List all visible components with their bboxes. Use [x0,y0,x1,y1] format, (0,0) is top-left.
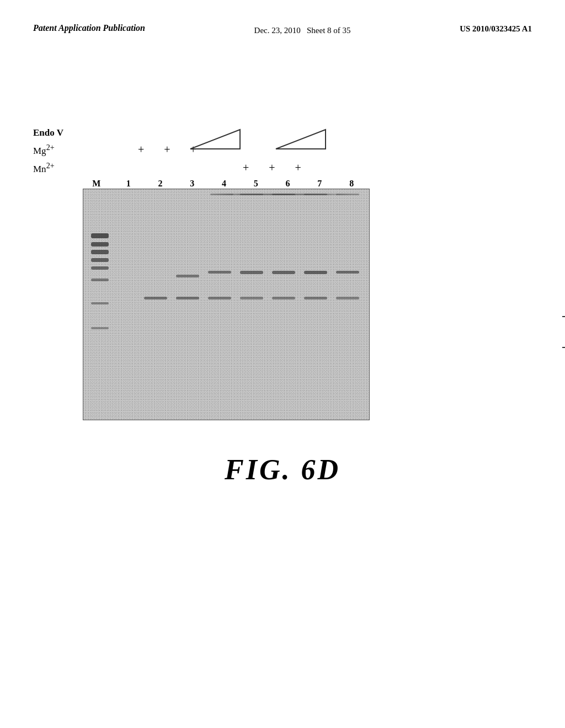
figure-label: FIG. 6D [33,453,532,486]
nicked-bracket [562,257,565,285]
sheet-label: Sheet 8 of 35 [307,26,351,35]
linear-arrow [562,316,565,317]
supercoiled-label-row: SUPERCOILED [562,343,565,352]
linear-label-row: LINEAR [562,312,565,321]
col-1: 1 [113,179,145,189]
mn-row: Mn2+ + + + [33,160,532,175]
figure-area: Endo V Mg2+ + + + Mn2+ + + + [33,99,532,486]
triangles-area [188,127,328,152]
col-8: 8 [335,179,367,189]
mn-plus-signs: + + + [83,160,301,175]
column-headers: M 1 2 3 4 5 6 7 8 [81,179,367,189]
publication-label: Patent Application Publication [33,22,145,34]
col-5: 5 [240,179,272,189]
triangle-mn [273,127,328,152]
mn-label: Mn2+ [33,160,72,175]
patent-number: US 2010/0323425 A1 [460,22,532,34]
supercoiled-arrow [562,347,565,348]
page-header: Patent Application Publication Dec. 23, … [0,0,565,37]
svg-marker-0 [190,130,240,149]
gel-image [83,189,370,420]
col-2: 2 [145,179,177,189]
col-M: M [81,179,113,189]
nicked-label-row: NICKED [562,257,565,285]
date-sheet-label: Dec. 23, 2010 Sheet 8 of 35 [254,22,351,37]
right-labels: NICKED LINEAR SUPERCOILED [562,189,565,420]
endo-v-label: Endo V [33,127,72,139]
triangle-mg [188,127,243,152]
mg-label: Mg2+ [33,142,72,157]
date-label: Dec. 23, 2010 [254,26,301,35]
svg-marker-1 [276,130,326,149]
col-7: 7 [303,179,335,189]
col-4: 4 [208,179,240,189]
gel-area: NICKED LINEAR SUPERCOILED [33,189,532,420]
col-3: 3 [176,179,208,189]
col-6: 6 [272,179,304,189]
mg-plus-signs: + + + [83,142,196,157]
